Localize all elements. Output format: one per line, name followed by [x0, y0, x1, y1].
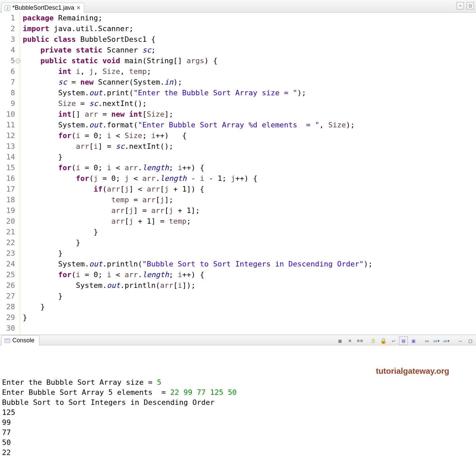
line-number: 4 [0, 45, 15, 55]
line-number: 1 [0, 13, 15, 23]
code-line[interactable]: Size = sc.nextInt(); [23, 98, 476, 109]
line-number: 5 [0, 55, 15, 66]
line-number: 27 [0, 291, 15, 302]
console-line: 77 [2, 428, 474, 438]
console-output[interactable]: tutorialgateway.org Enter the Bubble Sor… [0, 347, 476, 456]
lock-scroll-icon[interactable]: 🔒 [379, 336, 388, 345]
code-line[interactable]: for(i = 0; i < Size; i++) { [23, 130, 476, 141]
code-editor[interactable]: 1234567891011121314151617181920212223242… [0, 13, 476, 335]
minimize-icon[interactable]: — [456, 336, 465, 345]
code-line[interactable]: arr[j + 1] = temp; [23, 216, 476, 227]
console-toolbar: ■✖✖✖🗑🔒↩▤▣▭▭▾▭▾—□ [336, 336, 475, 345]
code-line[interactable]: } [23, 237, 476, 248]
code-line[interactable]: arr[j] = arr[j + 1]; [23, 205, 476, 216]
line-number: 2 [0, 23, 15, 34]
maximize-editor-icon[interactable]: □ [467, 2, 474, 9]
console-line: 99 [2, 418, 474, 428]
minimize-editor-icon[interactable]: — [457, 2, 464, 9]
clear-console-icon[interactable]: 🗑 [369, 336, 378, 345]
code-line[interactable]: System.out.print("Enter the Bubble Sort … [23, 88, 476, 98]
line-number: 15 [0, 162, 15, 173]
line-number: 14 [0, 152, 15, 162]
code-line[interactable]: } [23, 152, 476, 162]
watermark: tutorialgateway.org [376, 366, 449, 376]
code-content[interactable]: package Remaining;import java.util.Scann… [21, 13, 476, 335]
line-number: 7 [0, 77, 15, 88]
code-line[interactable]: } [23, 227, 476, 237]
line-number: 10 [0, 109, 15, 120]
line-number: 16 [0, 173, 15, 184]
console-line: 50 [2, 438, 474, 448]
code-line[interactable]: int i, j, Size, temp; [23, 66, 476, 77]
code-line[interactable]: public class BubbleSortDesc1 { [23, 34, 476, 45]
line-number: 30 [0, 323, 15, 334]
wrap-icon[interactable]: ↩ [389, 336, 398, 345]
svg-rect-3 [5, 339, 9, 340]
terminate-icon[interactable]: ■ [336, 336, 344, 345]
line-number: 11 [0, 120, 15, 130]
line-number: 6 [0, 66, 15, 77]
new-console-icon[interactable]: ▭▾ [443, 336, 451, 345]
remove-all-icon[interactable]: ✖✖ [356, 336, 364, 345]
console-panel: Console ■✖✖✖🗑🔒↩▤▣▭▭▾▭▾—□ <terminated> Bu… [0, 335, 476, 456]
code-line[interactable]: } [23, 291, 476, 302]
line-number: 3 [0, 34, 15, 45]
editor-area: J *BubbleSortDesc1.java ✕ — □ 1234567891… [0, 0, 476, 335]
line-number: 25 [0, 269, 15, 280]
line-number: 26 [0, 280, 15, 291]
editor-tab-label: *BubbleSortDesc1.java [12, 4, 74, 11]
code-line[interactable]: arr[i] = sc.nextInt(); [23, 141, 476, 152]
console-line: Bubble Sort to Sort Integers in Descendi… [2, 397, 474, 408]
pin-console-icon[interactable]: ▣ [409, 336, 418, 345]
fold-toggle-icon[interactable]: − [16, 59, 20, 63]
line-number: 22 [0, 237, 15, 248]
svg-text:J: J [6, 6, 8, 10]
code-line[interactable]: for(j = 0; j < arr.length - i - 1; j++) … [23, 173, 476, 184]
line-number: 13 [0, 141, 15, 152]
line-number: 24 [0, 259, 15, 269]
line-number: 20 [0, 216, 15, 227]
console-tab-bar: Console ■✖✖✖🗑🔒↩▤▣▭▭▾▭▾—□ [0, 335, 476, 345]
console-line: 22 [2, 448, 474, 456]
line-number: 29 [0, 312, 15, 323]
code-line[interactable]: System.out.println("Bubble Sort to Sort … [23, 259, 476, 269]
svg-rect-2 [5, 339, 10, 343]
code-line[interactable]: if(arr[j] < arr[j + 1]) { [23, 184, 476, 195]
open-console-icon[interactable]: ▭▾ [433, 336, 441, 345]
editor-tab[interactable]: J *BubbleSortDesc1.java ✕ [1, 3, 84, 13]
line-number: 17 [0, 184, 15, 195]
code-line[interactable]: package Remaining; [23, 13, 476, 23]
editor-window-controls: — □ [457, 2, 474, 9]
code-line[interactable]: int[] arr = new int[Size]; [23, 109, 476, 120]
line-number: 19 [0, 205, 15, 216]
code-line[interactable]: public static void main(String[] args) { [23, 55, 476, 66]
console-line: Enter Bubble Sort Array 5 elements = 22 … [2, 387, 474, 397]
code-line[interactable]: import java.util.Scanner; [23, 23, 476, 34]
display-selected-icon[interactable]: ▭ [423, 336, 431, 345]
line-number-gutter: 1234567891011121314151617181920212223242… [0, 13, 21, 335]
code-line[interactable]: System.out.println(arr[i]); [23, 280, 476, 291]
code-line[interactable]: sc = new Scanner(System.in); [23, 77, 476, 88]
line-number: 8 [0, 88, 15, 98]
code-line[interactable]: private static Scanner sc; [23, 45, 476, 55]
line-number: 28 [0, 302, 15, 312]
line-number: 21 [0, 227, 15, 237]
code-line[interactable]: System.out.format("Enter Bubble Sort Arr… [23, 120, 476, 130]
console-tab[interactable]: Console [1, 335, 39, 345]
console-icon [4, 338, 10, 344]
code-line[interactable]: } [23, 248, 476, 259]
java-file-icon: J [4, 5, 10, 11]
remove-launch-icon[interactable]: ✖ [346, 336, 354, 345]
code-line[interactable]: } [23, 312, 476, 323]
line-number: 23 [0, 248, 15, 259]
show-console-icon[interactable]: ▤ [399, 336, 408, 345]
code-line[interactable]: for(i = 0; i < arr.length; i++) { [23, 269, 476, 280]
console-line: Enter the Bubble Sort Array size = 5 [2, 377, 474, 387]
code-line[interactable]: temp = arr[j]; [23, 195, 476, 205]
close-tab-icon[interactable]: ✕ [76, 5, 81, 11]
maximize-icon[interactable]: □ [466, 336, 475, 345]
console-tab-label: Console [12, 337, 34, 344]
code-line[interactable]: } [23, 302, 476, 312]
line-number: 18 [0, 195, 15, 205]
code-line[interactable]: for(i = 0; i < arr.length; i++) { [23, 162, 476, 173]
